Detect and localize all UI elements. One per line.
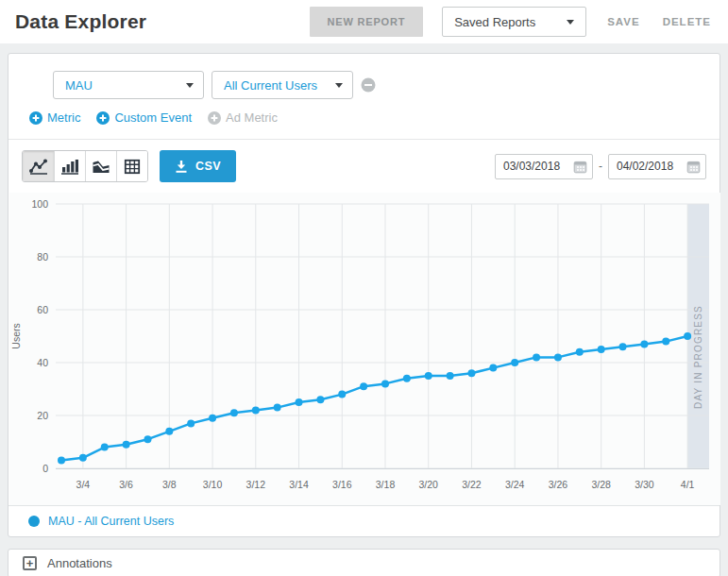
svg-text:3/22: 3/22 (462, 479, 482, 490)
bar-chart-type-button[interactable] (54, 151, 85, 181)
area-chart-type-button[interactable] (85, 151, 116, 181)
add-links-row: Metric Custom Event Ad Metric (8, 99, 720, 125)
line-chart-type-button[interactable] (23, 151, 54, 181)
svg-text:3/26: 3/26 (549, 479, 568, 490)
svg-text:Users: Users (10, 323, 22, 348)
line-chart-icon (29, 159, 48, 175)
topbar-actions: NEW REPORT Saved Reports SAVE DELETE (310, 7, 713, 37)
svg-text:3/18: 3/18 (376, 479, 396, 490)
svg-text:DAY IN PROGRESS: DAY IN PROGRESS (693, 305, 703, 409)
plus-circle-icon (29, 111, 42, 125)
line-chart-canvas: 0204060801003/43/63/83/103/123/143/163/1… (9, 193, 720, 505)
remove-metric-button[interactable] (361, 77, 376, 93)
plus-circle-icon (96, 111, 110, 125)
segment-select-value: All Current Users (224, 78, 317, 93)
expand-annotations-icon[interactable]: + (23, 556, 37, 570)
csv-button-label: CSV (195, 160, 221, 173)
svg-text:3/12: 3/12 (246, 479, 266, 490)
svg-text:20: 20 (37, 410, 48, 421)
svg-text:40: 40 (37, 357, 48, 368)
svg-text:3/8: 3/8 (162, 479, 177, 490)
chart-type-switcher (22, 150, 148, 182)
topbar: Data Explorer NEW REPORT Saved Reports S… (0, 0, 728, 43)
delete-button[interactable]: DELETE (661, 10, 713, 33)
table-icon (123, 159, 142, 175)
date-range: 03/03/2018 - 04/02/2018 (495, 154, 706, 179)
svg-text:3/4: 3/4 (76, 479, 91, 490)
add-ad-metric-link: Ad Metric (208, 110, 278, 125)
svg-text:3/28: 3/28 (591, 479, 611, 490)
add-metric-label: Metric (47, 110, 80, 125)
metric-select-value: MAU (65, 78, 93, 93)
plus-circle-icon (208, 111, 221, 125)
save-button[interactable]: SAVE (605, 10, 641, 33)
date-separator: - (599, 160, 602, 173)
add-custom-event-link[interactable]: Custom Event (96, 110, 192, 125)
area-chart-icon (92, 159, 110, 175)
svg-text:4/1: 4/1 (681, 479, 695, 490)
chart-legend[interactable]: MAU - All Current Users (8, 505, 720, 536)
table-chart-type-button[interactable] (116, 151, 147, 181)
chevron-down-icon (567, 20, 574, 25)
minus-circle-icon (361, 77, 376, 93)
svg-text:3/24: 3/24 (505, 479, 525, 490)
end-date-input[interactable]: 04/02/2018 (608, 154, 706, 179)
csv-download-button[interactable]: CSV (160, 150, 236, 182)
svg-text:3/16: 3/16 (332, 479, 352, 490)
metric-row: MAU All Current Users (8, 54, 720, 99)
series-legend-label: MAU - All Current Users (48, 515, 174, 528)
calendar-icon (686, 160, 701, 174)
series-color-dot (28, 516, 40, 527)
calendar-icon (573, 160, 587, 174)
annotations-label: Annotations (47, 556, 112, 570)
start-date-input[interactable]: 03/03/2018 (495, 154, 593, 179)
svg-text:3/14: 3/14 (289, 479, 309, 490)
saved-reports-value: Saved Reports (454, 15, 535, 29)
add-custom-event-label: Custom Event (114, 110, 192, 125)
svg-text:3/10: 3/10 (203, 479, 223, 490)
chevron-down-icon (186, 83, 194, 88)
svg-text:100: 100 (31, 198, 48, 210)
chart-area: 0204060801003/43/63/83/103/123/143/163/1… (8, 193, 720, 505)
svg-text:80: 80 (37, 251, 48, 263)
svg-text:60: 60 (37, 304, 48, 315)
page-title: Data Explorer (15, 10, 146, 33)
report-panel: MAU All Current Users Metric (8, 53, 720, 537)
metric-select[interactable]: MAU (53, 71, 204, 99)
svg-text:3/6: 3/6 (119, 479, 133, 490)
download-icon (175, 160, 188, 174)
segment-select[interactable]: All Current Users (212, 71, 353, 99)
end-date-value: 04/02/2018 (617, 160, 673, 173)
svg-text:3/30: 3/30 (635, 479, 654, 490)
add-ad-metric-label: Ad Metric (226, 110, 278, 125)
start-date-value: 03/03/2018 (503, 160, 560, 173)
chevron-down-icon (335, 83, 343, 88)
new-report-button[interactable]: NEW REPORT (310, 7, 424, 37)
bar-chart-icon (60, 159, 79, 175)
chart-toolbar: CSV 03/03/2018 - 04/02/2018 (8, 140, 720, 193)
add-metric-link[interactable]: Metric (29, 110, 80, 125)
annotations-panel[interactable]: + Annotations (8, 549, 720, 576)
svg-text:3/20: 3/20 (419, 479, 439, 490)
svg-text:0: 0 (42, 463, 48, 474)
saved-reports-select[interactable]: Saved Reports (442, 7, 586, 37)
